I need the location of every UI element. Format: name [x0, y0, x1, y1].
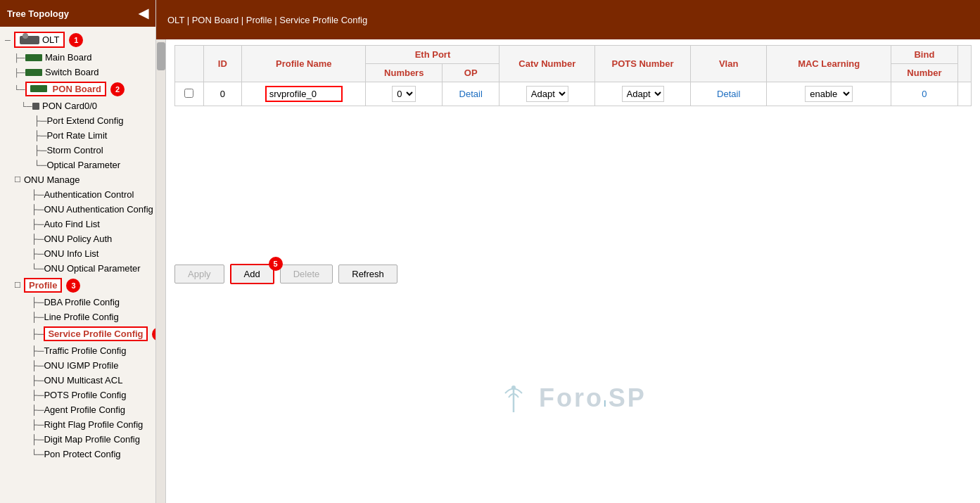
- sidebar-collapse-button[interactable]: ◀: [139, 6, 148, 21]
- row-pots[interactable]: Adapt: [595, 82, 691, 106]
- sidebar-item-digit-map[interactable]: ├─ Digit Map Profile Config: [0, 432, 155, 447]
- sidebar-item-pots-profile[interactable]: ├─ POTS Profile Config: [0, 388, 155, 402]
- sidebar-item-onu-manage[interactable]: ☐ ONU Manage: [0, 172, 155, 187]
- onu-optical-label: ONU Optical Parameter: [44, 263, 140, 274]
- catv-select[interactable]: Adapt: [526, 86, 568, 102]
- sidebar-item-right-flag[interactable]: ├─ Right Flag Profile Config: [0, 417, 155, 432]
- router-icon: [20, 36, 39, 44]
- col-header-vlan: Vlan: [690, 46, 767, 82]
- mac-select[interactable]: enable disable: [805, 86, 853, 102]
- pots-profile-label: POTS Profile Config: [44, 390, 126, 400]
- onu-multicast-label: ONU Multicast ACL: [44, 375, 122, 386]
- sidebar-item-olt[interactable]: ─ OLT 1: [0, 30, 155, 50]
- profile-label[interactable]: Profile: [24, 278, 62, 293]
- port-extend-label: Port Extend Config: [46, 115, 123, 126]
- watermark: ForoISP: [166, 293, 980, 503]
- olt-label[interactable]: OLT: [14, 32, 65, 48]
- agent-profile-label: Agent Profile Config: [44, 405, 125, 415]
- col-header-eth-numbers: Numbers: [366, 64, 443, 82]
- pon-board-label[interactable]: PON Board: [25, 82, 106, 96]
- row-catv[interactable]: Adapt: [499, 82, 595, 106]
- pots-select[interactable]: Adapt: [622, 86, 664, 102]
- line-profile-label: Line Profile Config: [44, 312, 118, 322]
- col-header-mac: MAC Learning: [767, 46, 891, 82]
- traffic-profile-label: Traffic Profile Config: [44, 345, 126, 356]
- board-icon: [25, 54, 42, 61]
- left-scrollbar[interactable]: [156, 39, 166, 503]
- col-header-eth-port: Eth Port: [366, 46, 499, 64]
- col-header-pots: POTS Number: [595, 46, 691, 82]
- content-area: OLT | PON Board | Profile | Service Prof…: [156, 0, 980, 503]
- switch-board-label: Switch Board: [45, 67, 99, 77]
- row-bind-number: 0: [891, 82, 957, 106]
- dba-profile-label: DBA Profile Config: [44, 297, 120, 307]
- badge-1: 1: [69, 33, 83, 47]
- sidebar-item-auth-control[interactable]: ├─ Authentication Control: [0, 187, 155, 202]
- olt-text: OLT: [42, 34, 59, 45]
- sidebar-item-service-profile[interactable]: ├─ Service Profile Config 4: [0, 324, 155, 343]
- row-vlan[interactable]: Detail: [690, 82, 767, 106]
- board-icon: [30, 85, 47, 92]
- sidebar-item-pon-board[interactable]: └─ PON Board 2: [0, 79, 155, 98]
- right-scroll-col: [957, 46, 971, 82]
- refresh-button[interactable]: Refresh: [338, 265, 397, 284]
- row-checkbox[interactable]: [184, 89, 193, 98]
- card-icon: [32, 103, 39, 110]
- sidebar-item-port-rate[interactable]: ├─ Port Rate Limit: [0, 128, 155, 143]
- svg-point-1: [511, 386, 516, 390]
- eth-numbers-select[interactable]: 0: [392, 86, 416, 102]
- watermark-label: ForoISP: [539, 383, 647, 412]
- col-header-id: ID: [203, 46, 241, 82]
- row-eth-op[interactable]: Detail: [443, 82, 499, 106]
- badge-3: 3: [66, 279, 80, 293]
- sidebar-item-onu-auth[interactable]: ├─ ONU Authentication Config: [0, 202, 155, 217]
- right-scroll-cell: [957, 82, 971, 106]
- col-header-profile-name: Profile Name: [242, 46, 366, 82]
- service-profile-label[interactable]: Service Profile Config: [44, 326, 147, 341]
- sidebar-item-onu-info[interactable]: ├─ ONU Info List: [0, 246, 155, 261]
- pon-protect-label: Pon Protect Config: [44, 449, 120, 459]
- col-header-checkbox: [175, 46, 204, 82]
- sidebar-item-optical-param[interactable]: └─ Optical Parameter: [0, 158, 155, 172]
- sidebar-item-onu-policy[interactable]: ├─ ONU Policy Auth: [0, 231, 155, 246]
- sidebar-item-onu-igmp[interactable]: ├─ ONU IGMP Profile: [0, 358, 155, 373]
- delete-button[interactable]: Delete: [280, 265, 333, 284]
- sidebar-item-agent-profile[interactable]: ├─ Agent Profile Config: [0, 402, 155, 417]
- pon-card-label: PON Card0/0: [42, 101, 97, 111]
- watermark-text: ForoISP: [499, 380, 646, 416]
- row-mac[interactable]: enable disable: [767, 82, 891, 106]
- table-area: ID Profile Name Eth Port Catv Number POT…: [166, 39, 980, 255]
- sidebar-item-port-extend[interactable]: ├─ Port Extend Config: [0, 113, 155, 128]
- add-button[interactable]: Add: [230, 264, 274, 284]
- apply-button[interactable]: Apply: [174, 265, 224, 284]
- board-icon: [25, 69, 42, 76]
- sidebar-item-auto-find[interactable]: ├─ Auto Find List: [0, 217, 155, 231]
- row-checkbox-cell[interactable]: [175, 82, 204, 106]
- digit-map-label: Digit Map Profile Config: [44, 434, 140, 445]
- sidebar-item-main-board[interactable]: ├─ Main Board: [0, 50, 155, 65]
- optical-param-label: Optical Parameter: [46, 160, 120, 170]
- onu-auth-label: ONU Authentication Config: [44, 204, 153, 215]
- sidebar-item-switch-board[interactable]: ├─ Switch Board: [0, 65, 155, 79]
- sidebar-item-line-profile[interactable]: ├─ Line Profile Config: [0, 310, 155, 324]
- row-eth-numbers[interactable]: 0: [366, 82, 443, 106]
- col-header-bind: Bind: [891, 46, 957, 64]
- onu-manage-label: ONU Manage: [24, 174, 79, 185]
- sidebar-item-dba-profile[interactable]: ├─ DBA Profile Config: [0, 295, 155, 310]
- profile-name-input[interactable]: [265, 86, 343, 102]
- sidebar-item-onu-multicast[interactable]: ├─ ONU Multicast ACL: [0, 373, 155, 388]
- sidebar-item-onu-optical[interactable]: └─ ONU Optical Parameter: [0, 261, 155, 276]
- antenna-icon: [499, 380, 539, 413]
- badge-5: 5: [269, 257, 283, 271]
- vlan-detail-link[interactable]: Detail: [717, 89, 740, 99]
- sidebar-item-storm-control[interactable]: ├─ Storm Control: [0, 143, 155, 158]
- eth-detail-link[interactable]: Detail: [459, 89, 483, 99]
- sidebar-item-pon-card[interactable]: └─ PON Card0/0: [0, 98, 155, 113]
- col-header-bind-number: Number: [891, 64, 957, 82]
- sidebar-item-traffic-profile[interactable]: ├─ Traffic Profile Config: [0, 343, 155, 358]
- sidebar-item-pon-protect[interactable]: └─ Pon Protect Config: [0, 447, 155, 461]
- sidebar-item-profile[interactable]: ☐ Profile 3: [0, 276, 155, 295]
- auth-control-label: Authentication Control: [44, 189, 134, 200]
- right-flag-label: Right Flag Profile Config: [44, 419, 143, 430]
- row-profile-name[interactable]: [242, 82, 366, 106]
